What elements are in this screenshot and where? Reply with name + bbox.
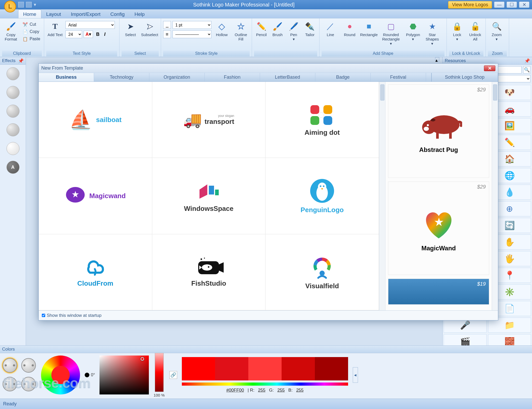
paste-button[interactable]: 📋Paste [21, 36, 41, 42]
subselect-tool-button[interactable]: ➤Subselect [141, 20, 158, 37]
hue-degree-label: 0° [85, 373, 95, 377]
dialog-tab-badge[interactable]: Badge [315, 73, 371, 82]
rounded-rect-shape-button[interactable]: ▢Rounded Rectangle▾ [379, 20, 403, 46]
minimize-button[interactable]: — [494, 2, 504, 8]
italic-button[interactable]: I [103, 31, 107, 38]
tab-import-export[interactable]: Import/Export [66, 10, 105, 18]
dialog-tab-fashion[interactable]: Fashion [205, 73, 260, 82]
status-bar: Ready [0, 399, 532, 409]
saturation-box[interactable] [99, 356, 149, 394]
polygon-shape-button[interactable]: ⬣Polygon▾ [404, 20, 422, 42]
view-more-logos-button[interactable]: View More Logos [448, 1, 492, 9]
search-icon[interactable]: 🔍 [523, 66, 530, 73]
canvas-scroll-up[interactable]: ▴ [435, 57, 439, 61]
dialog-close-button[interactable]: ✕ [484, 65, 495, 71]
dialog-tab-letterbased[interactable]: LetterBased [260, 73, 315, 82]
effect-preset-5[interactable] [6, 142, 19, 155]
stroke-join-button[interactable]: ≡ [163, 30, 171, 38]
zoom-button[interactable]: 🔍Zoom▾ [488, 20, 506, 42]
copy-button[interactable]: 📄Copy [21, 28, 41, 35]
effect-preset-6[interactable]: A [6, 161, 19, 174]
add-text-button[interactable]: TAdd Text [46, 20, 64, 37]
stroke-cap-button[interactable]: ⎯ [163, 21, 171, 29]
stroke-style-select[interactable]: ──────── [172, 30, 211, 38]
effect-preset-4[interactable] [6, 123, 19, 136]
color-knob-1[interactable] [3, 358, 17, 373]
color-knob-3[interactable] [3, 377, 17, 391]
cloud-icon [82, 257, 108, 277]
brush-tool-button[interactable]: 🖌️Brush [270, 20, 285, 37]
font-color-button[interactable]: A▾ [84, 31, 93, 38]
pencil-tool-button[interactable]: ✏️Pencil [254, 20, 269, 37]
dialog-tab-organization[interactable]: Organization [149, 73, 205, 82]
select-tool-button[interactable]: ➤Select [122, 20, 139, 37]
template-cloudfrom[interactable]: CloudFrom [39, 234, 152, 310]
qat-open-icon[interactable] [26, 2, 32, 8]
svg-rect-7 [209, 186, 214, 195]
shop-item-abstract-pug[interactable]: $29 Abstract Pug [388, 84, 489, 178]
color-swatches[interactable] [182, 357, 348, 380]
round-shape-button[interactable]: ●Round [341, 20, 358, 37]
pin-icon[interactable]: 📌 [18, 58, 24, 64]
font-family-select[interactable]: Arial [65, 21, 115, 29]
color-wheel[interactable] [41, 356, 80, 394]
color-knob-4[interactable] [21, 377, 36, 391]
dialog-tab-business[interactable]: Business [39, 73, 94, 82]
font-size-select[interactable]: 24 [65, 30, 82, 38]
stroke-width-select[interactable]: 1 pt [172, 21, 211, 29]
qat-dropdown-icon[interactable]: ▾ [34, 2, 39, 8]
tailor-tool-button[interactable]: ✒️Tailor [303, 20, 317, 37]
line-shape-button[interactable]: ／Line [322, 20, 339, 37]
svg-rect-0 [310, 105, 319, 114]
dialog-tab-technology[interactable]: Technology [94, 73, 149, 82]
close-button[interactable]: ✕ [519, 2, 529, 8]
tab-home[interactable]: Home [18, 10, 41, 18]
qat-save-icon[interactable] [18, 2, 24, 8]
lock-button[interactable]: 🔒Lock▾ [449, 20, 466, 42]
tab-config[interactable]: Config [105, 10, 130, 18]
app-icon[interactable]: L [4, 1, 16, 12]
template-windowsspace[interactable]: WindowsSpace [152, 158, 266, 234]
show-startup-checkbox[interactable]: Show this window at startup [42, 313, 102, 318]
fish-icon [193, 257, 224, 277]
effect-preset-3[interactable] [6, 105, 19, 118]
template-aiming-dot[interactable]: Aiming dot [265, 82, 379, 158]
star-shape-button[interactable]: ★Star Shapes▾ [423, 20, 441, 46]
template-scrollbar[interactable] [379, 82, 385, 310]
value-slider[interactable] [155, 353, 164, 392]
outline-fill-button[interactable]: ★Outline Fill [232, 20, 250, 41]
template-visualfield[interactable]: Visualfield [265, 234, 379, 310]
scissors-icon: ✂️ [22, 22, 28, 27]
expand-colors-button[interactable]: ◂ [353, 367, 358, 383]
dialog-tab-shop[interactable]: Sothink Logo Shop [431, 73, 498, 82]
shape-group-label: Add Shape [322, 51, 444, 56]
pin-icon[interactable]: 📌 [524, 58, 530, 64]
color-knob-2[interactable] [21, 358, 36, 373]
link-colors-button[interactable]: 🔗 [169, 371, 177, 379]
shop-item-magicwand[interactable]: $29 ★ MagicWand [388, 182, 489, 275]
template-sailboat[interactable]: ⛵sailboat [39, 82, 152, 158]
hue-strip[interactable] [182, 383, 348, 386]
cut-button[interactable]: ✂️Cut [21, 21, 41, 28]
template-transport[interactable]: 🚚your slogantransport [152, 82, 266, 158]
template-penguin[interactable]: PenguinLogo [265, 158, 379, 234]
template-magicwand[interactable]: ★Magicwand [39, 158, 152, 234]
tab-help[interactable]: Help [130, 10, 150, 18]
shop-scrollbar[interactable] [492, 82, 498, 310]
stroke-group-label: Stroke Style [163, 51, 250, 56]
svg-point-4 [319, 112, 324, 118]
pen-tool-button[interactable]: 🖊️Pen▾ [287, 20, 301, 42]
hollow-button[interactable]: ◆Hollow [213, 20, 231, 37]
shop-item-partial[interactable]: $19 [388, 279, 489, 305]
svg-text:★: ★ [71, 189, 79, 199]
tab-layout[interactable]: Layout [41, 10, 66, 18]
rectangle-shape-button[interactable]: ■Rectangle [360, 20, 378, 37]
unlock-all-button[interactable]: 🔓Unlock All [467, 20, 484, 41]
template-fishstudio[interactable]: FishStudio [152, 234, 266, 310]
effect-preset-1[interactable] [6, 67, 19, 80]
copy-format-button[interactable]: 🖌️Copy Format [2, 20, 20, 41]
maximize-button[interactable]: ☐ [507, 2, 517, 8]
bold-button[interactable]: B [95, 31, 101, 38]
dialog-tab-festival[interactable]: Festival [371, 73, 426, 82]
effect-preset-2[interactable] [6, 86, 19, 99]
